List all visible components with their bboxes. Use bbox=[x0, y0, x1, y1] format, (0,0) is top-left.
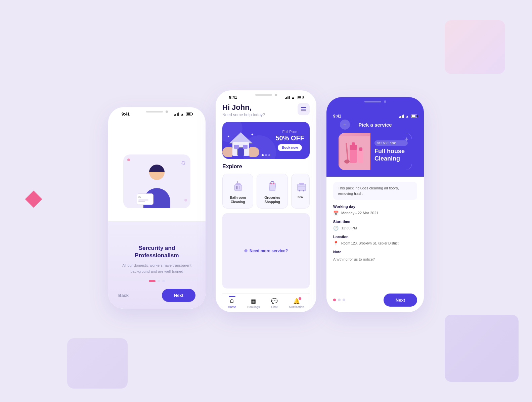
person-head bbox=[149, 165, 165, 180]
book-now-button[interactable]: Book now bbox=[278, 144, 302, 151]
menu-button[interactable] bbox=[298, 103, 310, 115]
status-icons-2: ▲ bbox=[285, 95, 303, 99]
svg-point-14 bbox=[270, 183, 272, 184]
category-groceries[interactable]: Groceries Shopping bbox=[257, 174, 287, 209]
status-icons: ▲ bbox=[174, 112, 192, 116]
bathroom-icon bbox=[230, 178, 245, 193]
greeting-area: Hi John, Need some help today? bbox=[222, 103, 265, 117]
more-icon bbox=[294, 178, 309, 193]
explore-title: Explore bbox=[222, 164, 310, 170]
phone-onboarding: 9:41 ▲ bbox=[108, 107, 206, 309]
deco-dot-1 bbox=[127, 159, 130, 161]
wifi-icon-2: ▲ bbox=[291, 95, 295, 99]
phone3-footer: Next bbox=[326, 290, 424, 312]
plus-icon: ⊕ bbox=[244, 249, 248, 253]
back-button-3[interactable]: ← bbox=[340, 120, 350, 130]
camera-dot bbox=[166, 110, 168, 113]
groceries-label: Groceries Shopping bbox=[260, 195, 284, 204]
service-card-info: $12.50/1 hour Full house Cleaning ✦ bbox=[370, 133, 412, 170]
calendar-icon: 📅 bbox=[333, 211, 339, 216]
need-more-label: Need more service? bbox=[250, 249, 288, 253]
clock-icon: 🕐 bbox=[333, 226, 339, 231]
bg-decoration-bottom-left bbox=[67, 338, 128, 389]
svg-point-15 bbox=[273, 183, 274, 184]
status-time: 9:41 bbox=[122, 112, 130, 117]
nav-notification-label: Notification bbox=[289, 305, 304, 309]
svg-text:✦: ✦ bbox=[251, 133, 254, 136]
explore-categories: Bathroom Cleaning Groceries Shopping bbox=[222, 174, 310, 209]
notification-icon: 🔔 bbox=[293, 298, 300, 304]
nav-chat-label: Chat bbox=[271, 305, 278, 309]
nav-notification[interactable]: 🔔 Notification bbox=[289, 298, 304, 309]
bottom-navigation: ⌂ Home ▦ Bookings 💬 Chat 🔔 Notification bbox=[222, 293, 310, 309]
working-day-label: Working day bbox=[333, 205, 417, 209]
p3-dot-2 bbox=[338, 299, 341, 301]
dot-1 bbox=[149, 280, 156, 282]
home-header: Hi John, Need some help today? bbox=[222, 102, 310, 117]
battery-icon-2 bbox=[297, 96, 303, 99]
signal-icon-3 bbox=[399, 115, 404, 118]
back-button[interactable]: Back bbox=[118, 293, 129, 298]
category-bathroom[interactable]: Bathroom Cleaning bbox=[222, 174, 253, 209]
svg-rect-26 bbox=[359, 147, 362, 151]
id-card-mini: ID bbox=[137, 193, 153, 205]
service-card: $12.50/1 hour Full house Cleaning ✦ bbox=[339, 133, 412, 170]
svg-rect-12 bbox=[237, 186, 238, 189]
status-time-2: 9:41 bbox=[229, 95, 237, 100]
illustration-area: ID bbox=[115, 119, 199, 245]
svg-marker-1 bbox=[229, 132, 253, 143]
notch-phone2 bbox=[248, 90, 284, 100]
onboarding-description: All our domestic workers have transparen… bbox=[118, 263, 195, 274]
note-input[interactable] bbox=[333, 257, 417, 261]
working-day-value-row: 📅 Monday - 22 Mar 2021 bbox=[333, 211, 417, 216]
next-button[interactable]: Next bbox=[162, 289, 195, 302]
nav-bookings[interactable]: ▦ Bookings bbox=[247, 298, 260, 309]
next-button-3[interactable]: Next bbox=[384, 294, 417, 307]
chat-icon: 💬 bbox=[271, 298, 278, 304]
notch-pill bbox=[146, 111, 163, 113]
need-more-button[interactable]: ⊕ Need more service? bbox=[222, 213, 310, 288]
dot-2 bbox=[158, 280, 160, 282]
nav-chat[interactable]: 💬 Chat bbox=[271, 298, 278, 309]
house-illustration: ✦ ✦ ✦ bbox=[226, 127, 256, 159]
phone3-header-area: 9:41 ▲ ← Pick a service bbox=[326, 97, 424, 177]
location-icon: 📍 bbox=[333, 241, 339, 246]
svg-rect-16 bbox=[298, 184, 306, 191]
svg-rect-11 bbox=[236, 186, 237, 189]
service-name: Full house Cleaning bbox=[374, 148, 408, 162]
category-more[interactable]: S W bbox=[291, 174, 310, 209]
back-arrow-icon: ← bbox=[343, 122, 347, 127]
id-card-bg: ID bbox=[123, 154, 190, 208]
service-title: Pick a service bbox=[358, 122, 392, 128]
p3-dot-1 bbox=[333, 299, 336, 301]
svg-point-28 bbox=[344, 160, 350, 164]
svg-rect-9 bbox=[235, 183, 241, 185]
svg-point-20 bbox=[303, 190, 304, 191]
phone1-content: 9:41 ▲ bbox=[108, 107, 206, 309]
bg-decoration-bottom-right bbox=[445, 315, 519, 382]
status-time-3: 9:41 bbox=[333, 114, 341, 119]
p3-dot-3 bbox=[343, 299, 345, 301]
pagination-dots-3 bbox=[333, 299, 345, 301]
svg-text:✦: ✦ bbox=[227, 135, 230, 138]
id-card-wrapper: ID bbox=[123, 154, 190, 208]
sparkle-icon: ✦ bbox=[404, 136, 409, 143]
svg-rect-17 bbox=[299, 183, 304, 185]
svg-rect-24 bbox=[350, 145, 357, 150]
svg-point-19 bbox=[299, 190, 300, 191]
promo-banner[interactable]: ✦ ✦ ✦ Full Pack 50% OFF Book now bbox=[222, 122, 310, 159]
start-time-value-row: 🕐 12:30 PM bbox=[333, 226, 417, 231]
svg-rect-13 bbox=[239, 186, 239, 189]
banner-text: Full Pack 50% OFF Book now bbox=[275, 130, 304, 151]
deco-dot-2 bbox=[184, 199, 187, 202]
working-day-value: Monday - 22 Mar 2021 bbox=[341, 211, 379, 215]
greeting-subtitle: Need some help today? bbox=[222, 113, 265, 117]
phones-container: 9:41 ▲ bbox=[108, 90, 424, 312]
nav-home[interactable]: ⌂ Home bbox=[228, 296, 236, 309]
start-time-value: 12:30 PM bbox=[341, 226, 357, 230]
service-description: This pack includes cleaning all floors, … bbox=[333, 182, 417, 200]
location-section: Location 📍 Room 123, Brooklyn St, Kepler… bbox=[333, 235, 417, 246]
onboarding-text: Sercurity and Professionalism All our do… bbox=[115, 244, 199, 288]
service-price: $12.50/1 hour bbox=[374, 140, 408, 146]
note-label: Note bbox=[333, 250, 417, 254]
